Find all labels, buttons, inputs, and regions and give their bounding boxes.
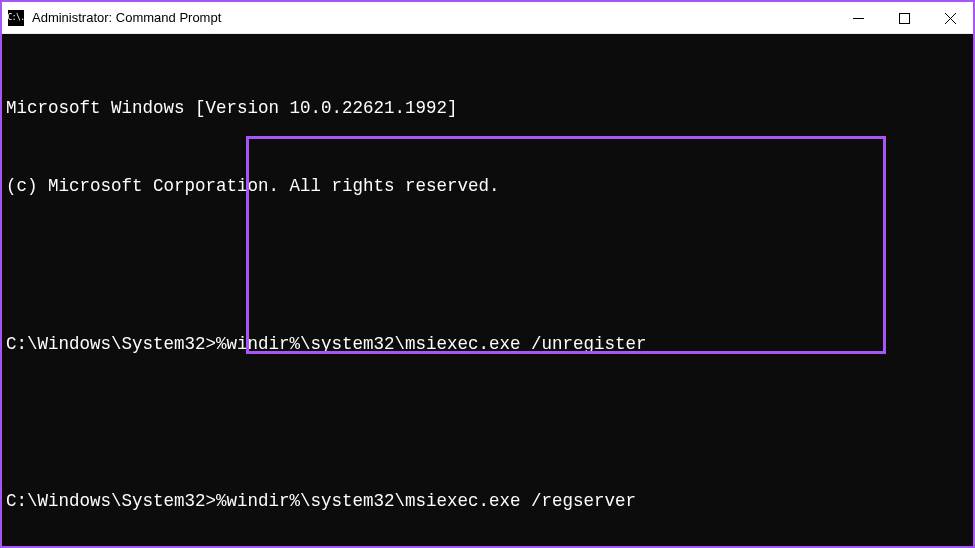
svg-rect-1	[899, 13, 909, 23]
blank-line	[6, 252, 969, 278]
maximize-icon	[899, 13, 910, 24]
command-line-1: C:\Windows\System32>%windir%\system32\ms…	[6, 331, 969, 357]
blank-line	[6, 410, 969, 436]
terminal-area[interactable]: Microsoft Windows [Version 10.0.22621.19…	[2, 34, 973, 546]
cmd-icon: C:\.	[8, 10, 24, 26]
maximize-button[interactable]	[881, 2, 927, 34]
header-line-2: (c) Microsoft Corporation. All rights re…	[6, 173, 969, 199]
window-title: Administrator: Command Prompt	[32, 10, 835, 25]
close-button[interactable]	[927, 2, 973, 34]
minimize-icon	[853, 13, 864, 24]
minimize-button[interactable]	[835, 2, 881, 34]
title-bar: C:\. Administrator: Command Prompt	[2, 2, 973, 34]
window-controls	[835, 2, 973, 33]
header-line-1: Microsoft Windows [Version 10.0.22621.19…	[6, 95, 969, 121]
command-line-2: C:\Windows\System32>%windir%\system32\ms…	[6, 488, 969, 514]
terminal-content: Microsoft Windows [Version 10.0.22621.19…	[6, 42, 969, 546]
close-icon	[945, 13, 956, 24]
